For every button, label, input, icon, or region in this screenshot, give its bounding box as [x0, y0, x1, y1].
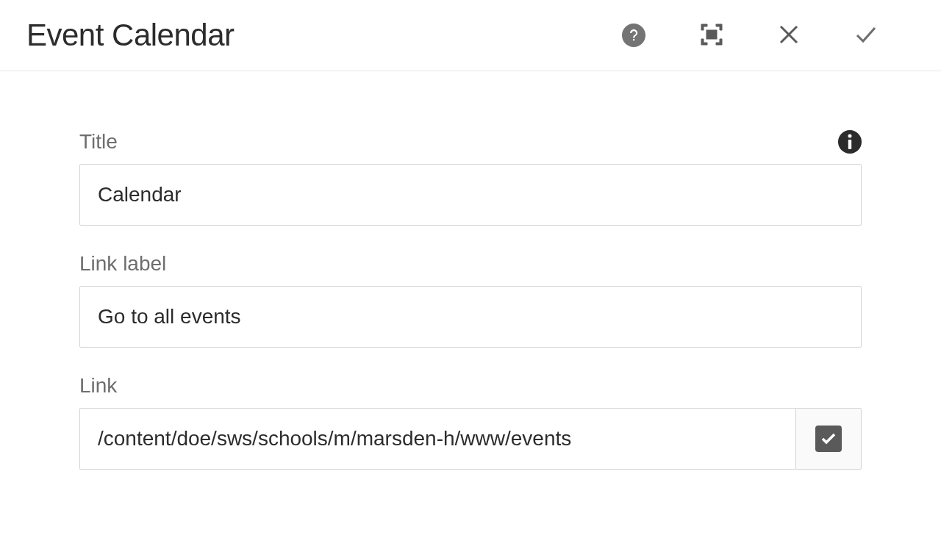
checkbox-icon [815, 426, 842, 452]
fullscreen-button[interactable] [698, 21, 725, 50]
title-field: Title [79, 130, 862, 226]
link-picker-button[interactable] [795, 408, 862, 470]
link-label-label-row: Link label [79, 252, 862, 276]
title-label-row: Title [79, 130, 862, 154]
link-label-field: Link label [79, 252, 862, 348]
title-input[interactable] [79, 164, 862, 226]
link-input-row [79, 408, 862, 470]
dialog-header: Event Calendar [0, 0, 941, 71]
dialog-title: Event Calendar [26, 18, 235, 53]
svg-rect-0 [706, 30, 717, 39]
info-icon[interactable] [838, 130, 862, 154]
dialog-content: Title Link label Link [0, 71, 941, 525]
confirm-button[interactable] [853, 21, 879, 50]
fullscreen-icon [698, 21, 725, 50]
help-button[interactable] [622, 24, 645, 47]
help-icon [622, 24, 645, 47]
close-icon [778, 24, 800, 48]
close-button[interactable] [778, 24, 800, 48]
link-field: Link [79, 374, 862, 470]
link-label-label: Link label [79, 252, 166, 276]
check-icon [853, 21, 879, 50]
dialog: Event Calendar [0, 0, 941, 525]
link-input[interactable] [79, 408, 795, 470]
header-actions [622, 21, 915, 50]
link-label-row: Link [79, 374, 862, 398]
svg-point-3 [848, 134, 852, 138]
link-label: Link [79, 374, 117, 398]
link-label-input[interactable] [79, 286, 862, 348]
svg-rect-4 [848, 140, 851, 149]
title-label: Title [79, 130, 118, 154]
